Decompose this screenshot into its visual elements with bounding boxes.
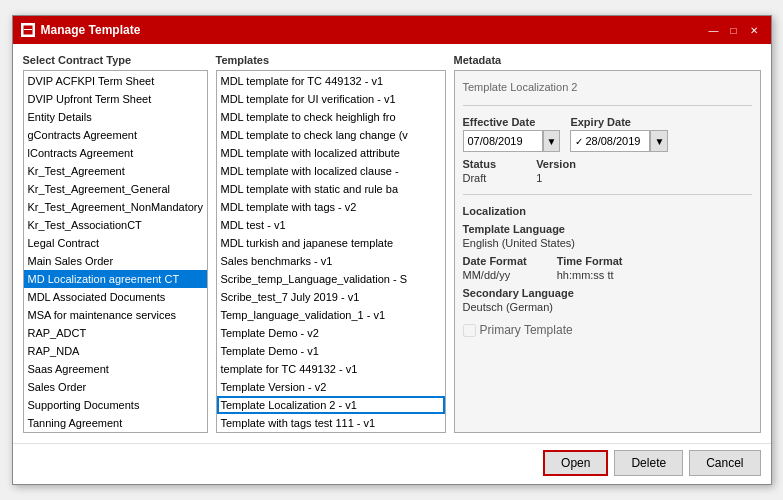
template-item[interactable]: Scribe_temp_Language_validation - S: [217, 270, 445, 288]
effective-date-label: Effective Date: [463, 116, 561, 128]
app-icon: [21, 23, 35, 37]
time-format-field: Time Format hh:mm:ss tt: [557, 255, 623, 281]
expiry-checkmark: ✓: [575, 136, 583, 147]
templates-list[interactable]: ICM temp validation - v1localized rule b…: [216, 70, 446, 433]
contract-type-item[interactable]: Kr_Test_Agreement_NonMandatory: [24, 198, 207, 216]
contract-type-item[interactable]: lContracts Agreement: [24, 144, 207, 162]
template-item[interactable]: Template Demo - v2: [217, 324, 445, 342]
format-row: Date Format MM/dd/yy Time Format hh:mm:s…: [463, 255, 752, 281]
main-content: Select Contract Type AD_QuotationsADCT_S…: [13, 44, 771, 443]
open-button[interactable]: Open: [543, 450, 608, 476]
secondary-language-label: Secondary Language: [463, 287, 752, 299]
contract-type-item[interactable]: DVIP Upfront Term Sheet: [24, 90, 207, 108]
template-item[interactable]: MDL template with static and rule ba: [217, 180, 445, 198]
template-item[interactable]: MDL template with tags - v2: [217, 198, 445, 216]
expiry-date-input-group: ✓ 28/08/2019 ▼: [570, 130, 668, 152]
template-item[interactable]: MDL template to check lang change (v: [217, 126, 445, 144]
contract-type-item[interactable]: Saas Agreement: [24, 360, 207, 378]
cancel-button[interactable]: Cancel: [689, 450, 760, 476]
primary-template-checkbox[interactable]: [463, 324, 476, 337]
template-item[interactable]: MDL template to check heighligh fro: [217, 108, 445, 126]
expiry-date-field: Expiry Date ✓ 28/08/2019 ▼: [570, 116, 668, 152]
template-item[interactable]: Sales benchmarks - v1: [217, 252, 445, 270]
secondary-language-value: Deutsch (German): [463, 301, 752, 313]
status-label: Status: [463, 158, 497, 170]
contract-type-panel: Select Contract Type AD_QuotationsADCT_S…: [23, 54, 208, 433]
template-item[interactable]: Temp_language_validation_1 - v1: [217, 306, 445, 324]
template-language-field: Template Language English (United States…: [463, 223, 752, 249]
status-field: Status Draft: [463, 158, 497, 184]
contract-type-item[interactable]: Sales Order: [24, 378, 207, 396]
template-item[interactable]: MDL turkish and japanese template: [217, 234, 445, 252]
template-item[interactable]: template for TC 449132 - v1: [217, 360, 445, 378]
minimize-button[interactable]: —: [705, 22, 723, 38]
svg-rect-1: [24, 29, 32, 30]
contract-type-item[interactable]: Entity Details: [24, 108, 207, 126]
effective-date-calendar-btn[interactable]: ▼: [543, 130, 561, 152]
metadata-label: Metadata: [454, 54, 761, 66]
version-field: Version 1: [536, 158, 576, 184]
template-item[interactable]: MDL template for TC 449132 - v1: [217, 72, 445, 90]
expiry-date-calendar-btn[interactable]: ▼: [650, 130, 668, 152]
title-bar-left: Manage Template: [21, 23, 141, 37]
status-value: Draft: [463, 172, 497, 184]
template-language-value: English (United States): [463, 237, 752, 249]
templates-label: Templates: [216, 54, 446, 66]
close-button[interactable]: ✕: [745, 22, 763, 38]
contract-type-item[interactable]: Kr_Test_Agreement: [24, 162, 207, 180]
metadata-template-name: Template Localization 2: [463, 79, 752, 95]
version-label: Version: [536, 158, 576, 170]
contract-type-item[interactable]: Tanning Agreement: [24, 414, 207, 432]
contract-type-item[interactable]: Kr_Test_Agreement_General: [24, 180, 207, 198]
metadata-panel: Metadata Template Localization 2 Effecti…: [454, 54, 761, 433]
contract-type-item[interactable]: MSA for maintenance services: [24, 306, 207, 324]
template-item[interactable]: Template Demo - v1: [217, 342, 445, 360]
contract-type-item[interactable]: gContracts Agreement: [24, 126, 207, 144]
template-item[interactable]: Template Version - v2: [217, 378, 445, 396]
contract-type-item[interactable]: MDL Associated Documents: [24, 288, 207, 306]
status-row: Status Draft Version 1: [463, 158, 752, 184]
date-format-field: Date Format MM/dd/yy: [463, 255, 527, 281]
footer: Open Delete Cancel: [13, 443, 771, 484]
template-item[interactable]: Scribe_test_7 July 2019 - v1: [217, 288, 445, 306]
expiry-date-text: 28/08/2019: [585, 135, 640, 147]
template-language-label: Template Language: [463, 223, 752, 235]
localization-label: Localization: [463, 205, 752, 217]
contract-type-list[interactable]: AD_QuotationsADCT_Sub Rent ContractAGCT …: [23, 70, 208, 433]
divider-2: [463, 194, 752, 195]
expiry-date-label: Expiry Date: [570, 116, 668, 128]
contract-type-item[interactable]: RAP_NDA: [24, 342, 207, 360]
primary-template-label: Primary Template: [480, 323, 573, 337]
delete-button[interactable]: Delete: [614, 450, 683, 476]
template-item[interactable]: Template with tags test 111 - v1: [217, 414, 445, 432]
primary-template-row: Primary Template: [463, 323, 752, 337]
title-controls: — □ ✕: [705, 22, 763, 38]
time-format-label: Time Format: [557, 255, 623, 267]
maximize-button[interactable]: □: [725, 22, 743, 38]
date-row: Effective Date 07/08/2019 ▼ Expiry Date …: [463, 116, 752, 152]
effective-date-input-group: 07/08/2019 ▼: [463, 130, 561, 152]
template-item[interactable]: Template Localization 2 - v1: [217, 396, 445, 414]
contract-type-item[interactable]: Legal Contract: [24, 234, 207, 252]
template-item[interactable]: MDL template with localized clause -: [217, 162, 445, 180]
time-format-value: hh:mm:ss tt: [557, 269, 623, 281]
contract-type-item[interactable]: RAP_ADCT: [24, 324, 207, 342]
template-item[interactable]: MDL template for UI verification - v1: [217, 90, 445, 108]
template-item[interactable]: MDL template with localized attribute: [217, 144, 445, 162]
contract-type-label: Select Contract Type: [23, 54, 208, 66]
expiry-date-value[interactable]: ✓ 28/08/2019: [570, 130, 650, 152]
manage-template-window: Manage Template — □ ✕ Select Contract Ty…: [12, 15, 772, 485]
metadata-content: Template Localization 2 Effective Date 0…: [454, 70, 761, 433]
date-format-label: Date Format: [463, 255, 527, 267]
title-bar: Manage Template — □ ✕: [13, 16, 771, 44]
template-item[interactable]: MDL test - v1: [217, 216, 445, 234]
contract-type-item[interactable]: MD Localization agreement CT: [24, 270, 207, 288]
contract-type-item[interactable]: Main Sales Order: [24, 252, 207, 270]
contract-type-item[interactable]: DVIP ACFKPI Term Sheet: [24, 72, 207, 90]
contract-type-item[interactable]: Supporting Documents: [24, 396, 207, 414]
effective-date-value[interactable]: 07/08/2019: [463, 130, 543, 152]
window-title: Manage Template: [41, 23, 141, 37]
effective-date-field: Effective Date 07/08/2019 ▼: [463, 116, 561, 152]
version-value: 1: [536, 172, 576, 184]
contract-type-item[interactable]: Kr_Test_AssociationCT: [24, 216, 207, 234]
